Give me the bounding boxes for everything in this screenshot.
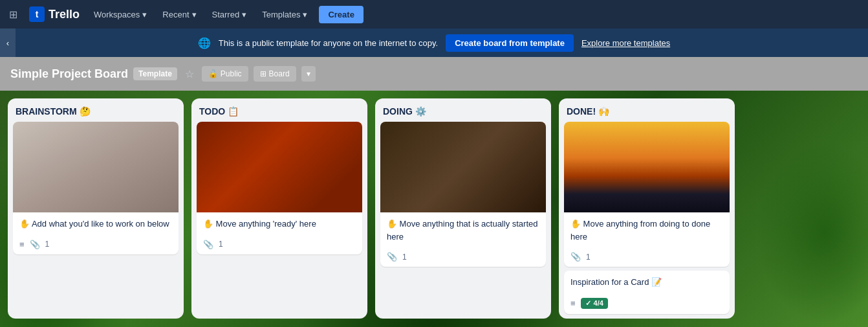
create-board-from-template-button[interactable]: Create board from template [446,34,574,52]
attachment-count: 1 [402,253,407,262]
attachment-count: 1 [586,253,591,262]
list-header-doing: DOING ⚙️ [375,98,551,122]
visibility-label: Public [221,69,242,78]
recent-label: Recent [162,10,189,19]
card-footer: ≡📎1 [13,240,179,254]
card[interactable]: Inspiration for a Card 📝 ≡✓4/4 [564,271,730,314]
checklist-badge: ✓4/4 [581,298,608,309]
checklist-icon: ✓ [585,299,591,308]
lists-container: BRAINSTORM 🤔 ✋ Add what you'd like to wo… [0,91,868,327]
card-footer: 📎1 [380,252,546,267]
attachment-icon: 📎 [387,252,397,262]
card-body: ✋ Move anything from doing to done here [564,212,730,252]
card-title: ✋ Move anything from doing to done here [570,218,723,243]
attachment-icon: 📎 [30,240,40,249]
logo-icon: t [29,6,45,22]
list-header-done: DONE! 🙌 [559,98,735,122]
checklist-count: 4/4 [594,299,603,307]
card-title: ✋ Move anything that is actually started… [387,218,539,243]
card-body: ✋ Move anything 'ready' here [197,212,362,240]
list-done: DONE! 🙌 ✋ Move anything from doing to do… [559,98,735,319]
board-header: Simple Project Board Template ☆ 🔓 Public… [0,57,868,91]
card-body: ✋ Add what you'd like to work on below [13,212,179,240]
list-brainstorm: BRAINSTORM 🤔 ✋ Add what you'd like to wo… [8,98,184,319]
card-body: Inspiration for a Card 📝 [564,271,730,298]
board-more-button[interactable]: ▾ [301,66,316,82]
card-footer: 📎1 [564,252,730,267]
workspaces-menu[interactable]: Workspaces [87,6,153,23]
attachment-icon: 📎 [203,240,213,249]
recent-menu[interactable]: Recent [156,6,202,23]
list-todo: TODO 📋 ✋ Move anything 'ready' here 📎1 [191,98,367,319]
card[interactable]: ✋ Move anything that is actually started… [380,122,546,267]
banner-text: This is a public template for anyone on … [219,38,438,48]
list-doing: DOING ⚙️ ✋ Move anything that is actuall… [375,98,551,319]
card-title: Inspiration for a Card 📝 [570,276,723,289]
starred-menu[interactable]: Starred [206,6,254,23]
board-grid-icon: ⊞ [260,69,266,78]
card-footer: ≡✓4/4 [564,298,730,314]
grid-icon[interactable]: ⊞ [5,5,21,25]
card-title: ✋ Move anything 'ready' here [203,218,356,231]
card-footer: 📎1 [197,240,362,254]
explore-templates-link[interactable]: Explore more templates [581,38,670,48]
card-title: ✋ Add what you'd like to work on below [19,218,172,231]
lock-icon: 🔓 [208,69,218,78]
list-header-brainstorm: BRAINSTORM 🤔 [8,98,184,122]
description-icon: ≡ [570,299,576,308]
card-body: ✋ Move anything that is actually started… [380,212,546,252]
list-header-todo: TODO 📋 [191,98,367,122]
trello-logo[interactable]: t Trello [24,4,85,25]
recent-chevron [192,10,197,19]
card[interactable]: ✋ Move anything from doing to done here … [564,122,730,267]
attachment-count: 1 [45,240,50,249]
template-banner: ‹ 🌐 This is a public template for anyone… [0,28,868,57]
starred-chevron [242,10,246,19]
attachment-icon: 📎 [570,252,581,262]
board-view-button[interactable]: ⊞ Board [254,66,296,82]
workspaces-label: Workspaces [94,10,140,19]
starred-label: Starred [212,10,240,19]
star-button[interactable]: ☆ [182,65,197,83]
board-title: Simple Project Board [10,67,128,81]
templates-chevron [303,10,307,19]
templates-menu[interactable]: Templates [255,6,314,23]
globe-icon: 🌐 [198,37,211,49]
visibility-button[interactable]: 🔓 Public [202,66,248,82]
logo-text: Trello [49,8,80,21]
template-badge: Template [133,67,177,80]
top-nav: ⊞ t Trello Workspaces Recent Starred Tem… [0,0,868,28]
workspaces-chevron [142,10,147,19]
card[interactable]: ✋ Move anything 'ready' here 📎1 [197,122,362,254]
description-icon: ≡ [19,240,25,249]
create-button[interactable]: Create [319,6,363,23]
card[interactable]: ✋ Add what you'd like to work on below ≡… [13,122,179,254]
board-background: BRAINSTORM 🤔 ✋ Add what you'd like to wo… [0,91,868,327]
templates-label: Templates [262,10,300,19]
board-view-label: Board [269,69,290,78]
attachment-count: 1 [219,240,223,249]
banner-collapse-button[interactable]: ‹ [0,28,16,57]
